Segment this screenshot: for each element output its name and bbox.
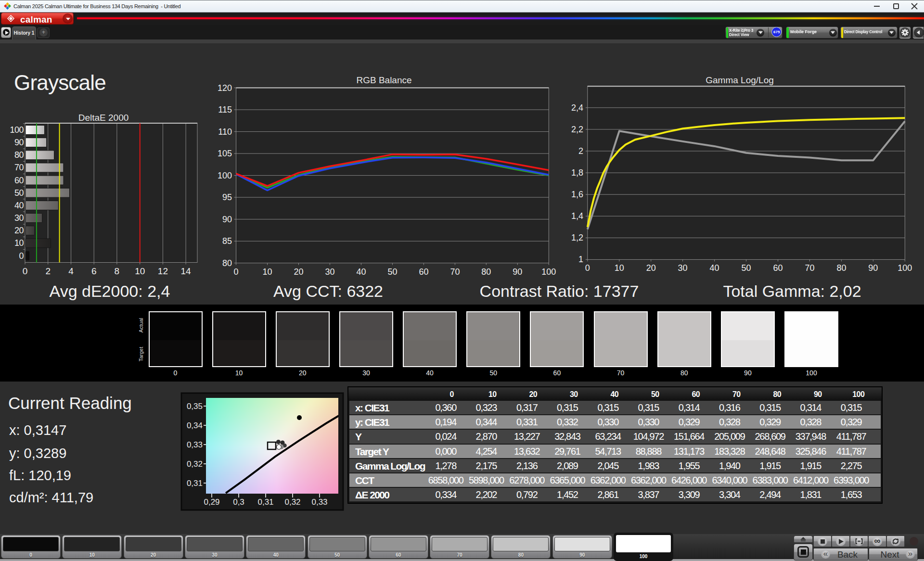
svg-text:80: 80 bbox=[481, 267, 491, 277]
svg-text:0,33: 0,33 bbox=[311, 497, 327, 507]
svg-text:RGB Balance: RGB Balance bbox=[356, 75, 411, 85]
svg-text:90: 90 bbox=[14, 138, 24, 147]
svg-text:60: 60 bbox=[773, 263, 783, 273]
svg-text:0,35: 0,35 bbox=[187, 402, 203, 411]
svg-text:0: 0 bbox=[585, 263, 590, 273]
svg-text:Actual: Actual bbox=[138, 318, 144, 333]
svg-text:85: 85 bbox=[222, 236, 232, 246]
svg-text:120: 120 bbox=[218, 83, 232, 93]
svg-text:8: 8 bbox=[115, 266, 120, 276]
svg-text:115: 115 bbox=[218, 105, 232, 115]
svg-text:30: 30 bbox=[325, 267, 334, 277]
svg-text:2: 2 bbox=[578, 146, 583, 156]
svg-text:50: 50 bbox=[387, 267, 397, 277]
svg-text:10: 10 bbox=[135, 266, 145, 276]
svg-text:0: 0 bbox=[233, 267, 238, 277]
svg-text:1,4: 1,4 bbox=[571, 211, 583, 221]
svg-text:80: 80 bbox=[222, 258, 232, 268]
svg-text:10: 10 bbox=[615, 263, 624, 273]
svg-text:Gamma Log/Log: Gamma Log/Log bbox=[706, 75, 774, 85]
svg-text:90: 90 bbox=[222, 215, 232, 224]
svg-text:12: 12 bbox=[158, 266, 168, 276]
svg-text:80: 80 bbox=[14, 150, 24, 160]
svg-text:2,4: 2,4 bbox=[571, 103, 583, 113]
svg-text:30: 30 bbox=[14, 213, 24, 223]
svg-text:30: 30 bbox=[678, 263, 688, 273]
svg-text:0,31: 0,31 bbox=[257, 497, 273, 507]
svg-text:1: 1 bbox=[578, 255, 583, 264]
svg-text:10: 10 bbox=[262, 267, 272, 277]
svg-text:70: 70 bbox=[450, 267, 460, 277]
svg-text:50: 50 bbox=[741, 263, 751, 273]
svg-text:0: 0 bbox=[19, 251, 24, 261]
svg-text:105: 105 bbox=[218, 149, 232, 158]
svg-text:1,8: 1,8 bbox=[571, 168, 583, 178]
svg-text:60: 60 bbox=[419, 267, 428, 277]
svg-text:100: 100 bbox=[541, 267, 556, 277]
svg-text:70: 70 bbox=[805, 263, 814, 273]
svg-text:1,2: 1,2 bbox=[571, 233, 583, 242]
svg-text:100: 100 bbox=[898, 263, 912, 273]
svg-text:0,29: 0,29 bbox=[204, 497, 219, 507]
svg-text:1,6: 1,6 bbox=[571, 190, 583, 199]
svg-text:0,34: 0,34 bbox=[187, 421, 203, 430]
svg-text:0,32: 0,32 bbox=[284, 497, 300, 507]
svg-text:4: 4 bbox=[68, 266, 74, 276]
svg-text:20: 20 bbox=[14, 226, 24, 235]
svg-text:2,2: 2,2 bbox=[571, 125, 583, 134]
svg-text:95: 95 bbox=[222, 192, 232, 202]
svg-text:0,32: 0,32 bbox=[187, 459, 203, 469]
svg-text:110: 110 bbox=[218, 127, 232, 137]
svg-text:10: 10 bbox=[14, 238, 24, 248]
svg-text:14: 14 bbox=[181, 266, 192, 276]
svg-text:60: 60 bbox=[14, 176, 24, 185]
svg-text:20: 20 bbox=[646, 263, 656, 273]
svg-text:40: 40 bbox=[710, 263, 719, 273]
svg-text:90: 90 bbox=[868, 263, 878, 273]
svg-text:6: 6 bbox=[91, 266, 97, 276]
svg-text:80: 80 bbox=[836, 263, 846, 273]
svg-text:0,33: 0,33 bbox=[187, 440, 203, 449]
svg-text:0: 0 bbox=[23, 266, 28, 276]
svg-text:100: 100 bbox=[218, 171, 232, 180]
svg-text:Target: Target bbox=[138, 347, 144, 362]
svg-text:90: 90 bbox=[513, 267, 522, 277]
svg-text:40: 40 bbox=[14, 201, 24, 210]
svg-text:20: 20 bbox=[294, 267, 303, 277]
svg-text:40: 40 bbox=[356, 267, 366, 277]
svg-text:100: 100 bbox=[10, 125, 24, 135]
svg-text:DeltaE 2000: DeltaE 2000 bbox=[78, 113, 129, 123]
svg-text:0,3: 0,3 bbox=[233, 497, 244, 507]
svg-text:2: 2 bbox=[45, 266, 51, 276]
svg-text:0,31: 0,31 bbox=[187, 479, 203, 488]
svg-text:70: 70 bbox=[14, 163, 24, 172]
svg-text:50: 50 bbox=[14, 188, 24, 198]
